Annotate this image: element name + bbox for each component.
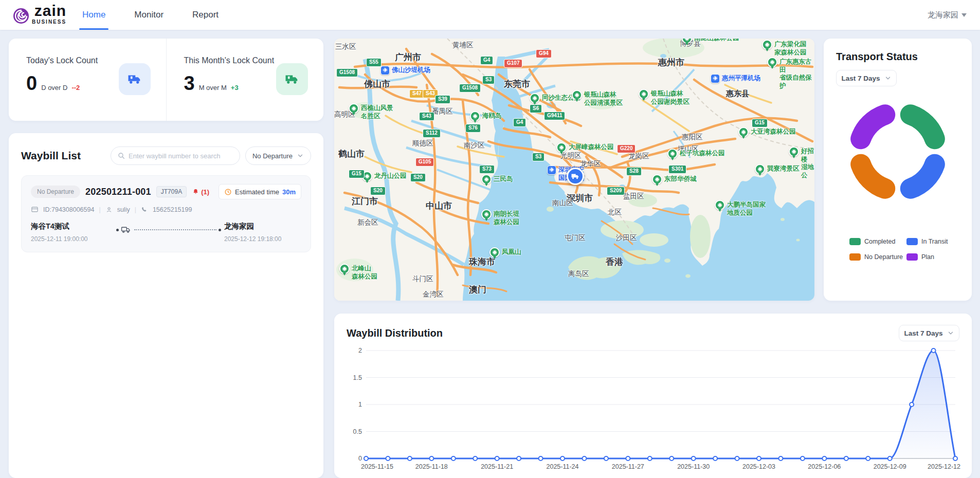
today-delta: --2	[71, 84, 80, 91]
data-point	[429, 456, 433, 461]
data-point	[910, 402, 914, 407]
eta-chip: Estimated time 30m	[219, 184, 301, 199]
truck-icon-green	[276, 63, 308, 95]
legend-in-transit: In Transit	[906, 238, 948, 245]
transport-range-value: Last 7 Days	[841, 75, 880, 82]
eta-value: 30m	[282, 188, 296, 196]
waybill-search-input[interactable]	[129, 152, 233, 160]
filter-value: No Departure	[252, 152, 293, 160]
vehicle-marker[interactable]	[567, 168, 584, 185]
waybill-item[interactable]: No Departure 202501211-001 JT709A (1) Es…	[21, 175, 311, 252]
search-icon	[117, 152, 125, 160]
data-point	[953, 456, 957, 461]
data-point	[713, 456, 717, 461]
data-point	[888, 456, 892, 461]
data-point	[582, 456, 586, 461]
distribution-range-value: Last 7 Days	[904, 329, 942, 337]
store-selector[interactable]: 龙海家园	[928, 0, 967, 30]
device-id-icon	[31, 206, 39, 213]
driver-phone: 15625215199	[153, 206, 192, 213]
month-lock-value: 3	[184, 75, 195, 92]
legend-label: No Departure	[864, 253, 903, 261]
data-point	[408, 456, 412, 461]
waybill-distribution-card: Waybill Distribution Last 7 Days 00.511.…	[334, 314, 972, 478]
data-point	[866, 456, 870, 461]
y-tick-label: 1.5	[353, 374, 362, 381]
x-tick-label: 2025-12-06	[808, 463, 841, 470]
donut-segment-completed	[911, 115, 935, 139]
data-point	[822, 456, 826, 461]
phone-icon	[141, 206, 148, 213]
clock-icon	[224, 188, 232, 196]
route-start-dot	[116, 229, 119, 231]
data-point	[778, 456, 783, 461]
x-tick-label: 2025-12-09	[874, 463, 906, 470]
waybill-search[interactable]	[111, 146, 240, 165]
store-name: 龙海家园	[928, 10, 958, 20]
bell-icon	[192, 188, 199, 196]
waybill-list-card: Waybill List No Departure No Departure 2…	[9, 133, 323, 478]
legend-swatch	[849, 238, 861, 245]
x-tick-label: 2025-11-24	[546, 463, 578, 470]
donut-segment-in-transit	[911, 164, 935, 189]
nav-report[interactable]: Report	[192, 0, 219, 30]
truck-icon	[571, 172, 580, 181]
today-compare-label: D over D	[41, 84, 67, 91]
nav-monitor[interactable]: Monitor	[134, 0, 164, 30]
waybill-status-filter[interactable]: No Departure	[245, 146, 311, 165]
data-point	[844, 456, 848, 461]
chevron-down-icon	[947, 329, 954, 337]
data-point	[364, 456, 368, 461]
data-point	[669, 456, 674, 461]
legend-swatch	[849, 253, 861, 261]
truck-icon-blue	[119, 63, 151, 95]
legend-swatch	[906, 238, 918, 245]
transport-status-title: Transport Status	[836, 51, 959, 63]
x-tick-label: 2025-12-12	[928, 463, 960, 470]
data-point	[757, 456, 761, 461]
distribution-range-select[interactable]: Last 7 Days	[899, 325, 959, 341]
chevron-down-icon	[884, 75, 892, 82]
depart-time: 2025-12-11 19:00:00	[31, 235, 113, 243]
legend-no-departure: No Departure	[849, 253, 903, 261]
y-tick-label: 0	[358, 455, 362, 462]
donut-segment-no-departure	[861, 164, 885, 189]
data-point	[451, 456, 456, 461]
data-point	[386, 456, 390, 461]
nav-home[interactable]: Home	[82, 0, 105, 30]
data-point	[539, 456, 543, 461]
transport-status-card: Transport Status Last 7 Days Completed I…	[824, 39, 972, 301]
month-lock-count: This Month's Lock Count 3 M over M +3	[166, 39, 324, 121]
top-bar: zain BUSINESS Home Monitor Report 龙海家园	[0, 0, 980, 30]
today-lock-value: 0	[26, 75, 37, 92]
route-truck-icon	[121, 226, 131, 234]
data-point	[517, 456, 521, 461]
x-tick-label: 2025-11-18	[415, 463, 448, 470]
logo-text: zain	[34, 3, 66, 19]
alarm-indicator: (1)	[192, 188, 209, 196]
waybill-number: 202501211-001	[85, 187, 151, 197]
data-point	[692, 456, 696, 461]
route-progress	[113, 226, 224, 234]
device-id: ID:794308006594	[43, 206, 94, 213]
month-compare-label: M over M	[199, 84, 227, 91]
origin-name: 海谷T4测试	[31, 222, 113, 231]
legend-plan: Plan	[906, 253, 934, 261]
dropdown-triangle-icon	[961, 13, 967, 17]
data-point	[932, 348, 936, 353]
map[interactable]: 广州市佛山市东莞市惠州市深圳市中山市江门市珠海市鹤山市香港澳门惠东县三水区黄埔区…	[334, 39, 814, 301]
transport-donut-chart	[824, 94, 972, 212]
driver-icon	[105, 206, 113, 213]
logo-subtext: BUSINESS	[32, 19, 66, 25]
x-tick-label: 2025-11-27	[612, 463, 644, 470]
legend-label: In Transit	[921, 238, 948, 245]
data-point	[735, 456, 739, 461]
lock-count-card: Today's Lock Count 0 D over D --2 This M…	[9, 39, 323, 121]
legend-completed: Completed	[849, 238, 895, 245]
data-point	[648, 456, 652, 461]
transport-range-select[interactable]: Last 7 Days	[836, 70, 897, 86]
zain-logo: zain BUSINESS	[11, 3, 66, 26]
data-point	[626, 456, 630, 461]
eta-label: Estimated time	[235, 188, 279, 196]
vehicle-plate: JT709A	[156, 186, 187, 197]
